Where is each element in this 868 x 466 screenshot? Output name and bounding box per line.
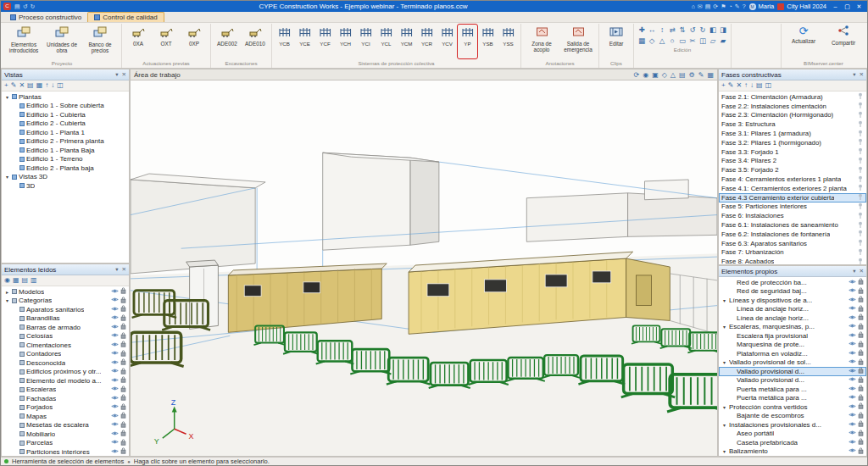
tree-row[interactable]: Línea de anclaje horiz...	[719, 305, 866, 314]
flag-icon[interactable]: ⚑	[721, 3, 726, 10]
tree-row[interactable]: Desconocida	[2, 358, 129, 368]
chevron-icon[interactable]	[721, 324, 727, 330]
lock-icon[interactable]	[120, 376, 126, 385]
tree-row[interactable]: Fachadas	[2, 394, 129, 403]
ribbon-button[interactable]: OXT	[153, 25, 180, 58]
wireframe-icon[interactable]: ◇	[662, 71, 667, 79]
lock-icon[interactable]	[858, 287, 864, 296]
visibility-eye-icon[interactable]	[849, 305, 856, 313]
ribbon-button[interactable]: YCM	[397, 25, 416, 58]
visibility-eye-icon[interactable]	[849, 368, 856, 375]
lock-icon[interactable]	[120, 287, 126, 296]
edit-view-icon[interactable]: ✎	[11, 80, 17, 91]
lock-icon[interactable]	[858, 296, 864, 304]
lock-icon[interactable]	[120, 412, 126, 420]
lock-icon[interactable]	[120, 386, 126, 394]
tree-row[interactable]: Edificio 2 - Planta baja	[2, 164, 129, 173]
phase-row[interactable]: Fase 3.1: Pilares 1 (armadura)	[719, 129, 866, 138]
tree-row[interactable]: Escaleras	[2, 386, 129, 395]
visibility-eye-icon[interactable]	[111, 377, 119, 385]
maximize-button[interactable]: ▢	[842, 2, 853, 11]
ribbon-button[interactable]: Banco de precios	[81, 25, 119, 60]
lock-icon[interactable]	[120, 297, 126, 305]
collapse-panel-icon[interactable]: ▾	[115, 71, 118, 78]
cut-icon[interactable]: ✂	[687, 36, 698, 47]
list-icon[interactable]: ▤	[756, 80, 763, 91]
phase-row[interactable]: Fase 6.1: Instalaciones de saneamiento	[719, 220, 866, 230]
phase-row[interactable]: Fase 8: Acabados	[719, 257, 866, 264]
visibility-eye-icon[interactable]	[849, 376, 856, 384]
chevron-icon[interactable]	[4, 174, 10, 180]
ribbon-button[interactable]: Salida de emergencia	[560, 25, 596, 60]
pin-icon[interactable]	[857, 202, 864, 211]
lock-icon[interactable]	[120, 394, 126, 402]
lock-icon[interactable]	[120, 447, 126, 456]
tree-row[interactable]: Edificio 2 - Primera planta	[2, 137, 129, 147]
lock-icon[interactable]	[858, 305, 864, 313]
lock-icon[interactable]	[858, 331, 864, 340]
ribbon-button[interactable]: YCI	[356, 25, 376, 58]
tree-row[interactable]: Línea de anclaje horiz...	[719, 313, 866, 323]
tree-row[interactable]: Elemento del modelo a...	[2, 376, 129, 386]
tree-row[interactable]: Contadores	[2, 350, 129, 359]
visibility-eye-icon[interactable]	[849, 287, 856, 295]
visibility-eye-icon[interactable]	[111, 306, 119, 313]
pin-icon[interactable]	[857, 102, 864, 110]
lock-icon[interactable]	[858, 349, 864, 358]
ribbon-button[interactable]: YCR	[417, 25, 437, 58]
tree-row[interactable]: Edificios próximos y otr...	[2, 368, 129, 377]
eye-icon[interactable]: ◉	[643, 71, 648, 79]
visibility-eye-icon[interactable]	[111, 324, 119, 331]
pin-icon[interactable]	[857, 111, 864, 119]
app-icon[interactable]: C	[3, 3, 11, 10]
pin-icon[interactable]	[857, 138, 864, 147]
tree-row[interactable]: Escalera fija provisional	[719, 331, 866, 341]
visibility-eye-icon[interactable]	[111, 368, 119, 375]
lock-icon[interactable]	[858, 412, 864, 420]
visibility-eye-icon[interactable]	[111, 386, 119, 393]
visibility-eye-icon[interactable]	[111, 341, 119, 349]
annotate-icon[interactable]: ✎	[698, 71, 704, 79]
tree-row[interactable]: Edificio 2 - Cubierta	[2, 119, 129, 129]
phase-row[interactable]: Fase 4: Cerramientos exteriores 1 planta	[719, 175, 866, 184]
tree-row[interactable]: Parcelas	[2, 439, 129, 448]
phase-row[interactable]: Fase 2.3: Cimentación (Hormigonado)	[719, 111, 866, 120]
chevron-icon[interactable]	[721, 404, 727, 410]
mail-icon[interactable]: ✉	[698, 3, 703, 10]
user-account[interactable]: M Maria	[749, 3, 775, 10]
tree-row[interactable]: Cimentaciones	[2, 341, 129, 350]
chevron-icon[interactable]	[4, 289, 10, 295]
pin-icon[interactable]	[857, 221, 864, 230]
rectangle-icon[interactable]: ▭	[677, 36, 687, 47]
tree-row[interactable]: Aseo portátil	[719, 430, 866, 439]
visibility-eye-icon[interactable]	[849, 341, 856, 348]
settings-icon[interactable]: ⚙	[689, 71, 695, 79]
ribbon-button[interactable]: YSB	[478, 25, 498, 58]
move-down-icon[interactable]: ↓	[750, 80, 754, 91]
tree-row[interactable]: Escaleras, marquesinas, p...	[719, 323, 866, 332]
edit-phase-icon[interactable]: ✎	[728, 80, 734, 91]
visibility-eye-icon[interactable]	[849, 394, 856, 402]
align-right-icon[interactable]: ◨	[718, 25, 728, 36]
tree-row[interactable]: Celosías	[2, 332, 129, 341]
tree-row[interactable]: 3D	[2, 181, 129, 191]
tree-row[interactable]: Modelos	[2, 287, 129, 297]
ribbon-button[interactable]: YSS	[498, 25, 518, 58]
phase-row[interactable]: Fase 2.1: Cimentación (Armadura)	[719, 92, 866, 102]
lock-icon[interactable]	[858, 358, 864, 367]
tree-row[interactable]: Forjados	[2, 403, 129, 413]
move-up-icon[interactable]: ↑	[45, 80, 48, 91]
lock-icon[interactable]	[120, 358, 126, 367]
pin-icon[interactable]	[857, 258, 864, 264]
phase-row[interactable]: Fase 3: Estructura	[719, 119, 866, 129]
columns-icon[interactable]: ◫	[765, 80, 772, 91]
lock-icon[interactable]	[120, 323, 126, 331]
tree-row[interactable]: Plataforma en voladiz...	[719, 349, 866, 358]
visibility-eye-icon[interactable]	[849, 279, 856, 286]
ribbon-button[interactable]: YCE	[295, 25, 314, 58]
close-panel-icon[interactable]: ✕	[122, 71, 126, 78]
lock-icon[interactable]	[120, 305, 126, 313]
tree-row[interactable]: Vallado provisional de sol...	[719, 358, 866, 368]
tree-row[interactable]: Edificio 1 - Planta 1	[2, 128, 129, 137]
documents-icon[interactable]: ▤	[705, 3, 711, 10]
